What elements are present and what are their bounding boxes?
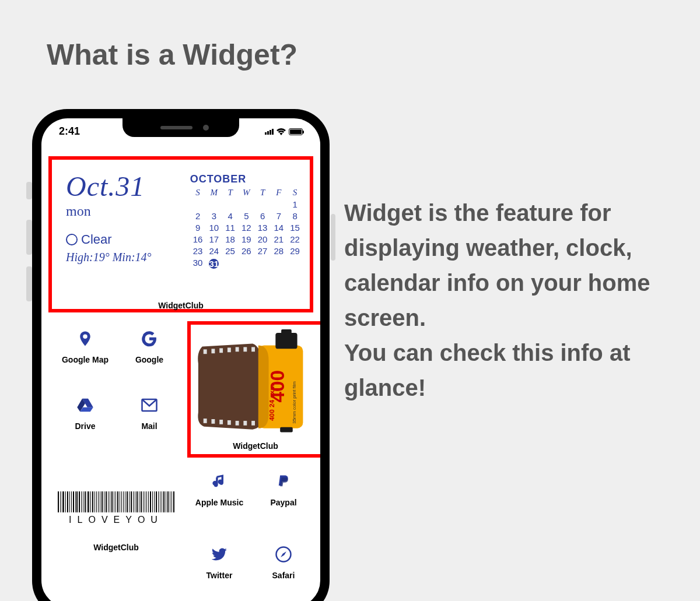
app-icon-mail[interactable]: Mail (117, 389, 181, 453)
calendar-day: 10 (206, 223, 222, 233)
calendar-day (190, 199, 206, 209)
calendar-day: 18 (222, 234, 238, 244)
app-grid-row3: Apple MusicPaypal (187, 465, 309, 507)
phone-side-button (331, 214, 335, 261)
svg-rect-11 (228, 420, 231, 425)
barcode-text: ILOVEYOU (58, 515, 174, 525)
calendar-day: 27 (255, 246, 271, 256)
calendar-dow: T (222, 188, 238, 198)
app-icon-google-map[interactable]: Google Map (53, 322, 117, 386)
app-icon-drive[interactable]: Drive (53, 389, 117, 453)
svg-rect-9 (211, 419, 215, 424)
calendar-dow: S (190, 188, 206, 198)
twitter-icon (209, 544, 230, 565)
calendar-day (206, 199, 222, 209)
google-icon (139, 328, 160, 349)
calendar-month: OCTOBER (190, 173, 303, 185)
calendar-day: 5 (239, 211, 254, 221)
svg-rect-13 (243, 421, 247, 426)
svg-rect-2 (211, 349, 215, 353)
calendar-day: 9 (190, 223, 206, 233)
calendar-day: 6 (255, 211, 271, 221)
map-pin-icon (75, 328, 96, 349)
film-roll-widget[interactable]: 400 400 24 exp. 35mm color print film Wi… (187, 321, 320, 458)
calendar-day: 7 (271, 211, 286, 221)
calendar-day: 1 (287, 199, 303, 209)
calendar-grid: SMTWTFS123456789101112131415161718192021… (190, 188, 303, 270)
calendar-day: 28 (271, 246, 286, 256)
safari-icon (273, 544, 294, 565)
app-label: Google Map (62, 355, 108, 364)
paypal-icon (273, 471, 294, 492)
calendar-widget[interactable]: Oct.31 mon Clear High:19° Min:14° OCTOBE… (48, 156, 313, 312)
moon-icon (66, 234, 78, 245)
app-label: Google (135, 355, 163, 364)
app-icon-paypal[interactable]: Paypal (251, 465, 316, 507)
barcode-icon (58, 491, 174, 512)
calendar-dow: M (206, 188, 222, 198)
calendar-temperature: High:19° Min:14° (66, 251, 190, 264)
app-icon-safari[interactable]: Safari (251, 538, 316, 580)
barcode-widget[interactable]: ILOVEYOU WidgetClub (58, 491, 174, 552)
svg-text:400 24 exp.: 400 24 exp. (268, 384, 275, 421)
calendar-day: 22 (287, 234, 303, 244)
barcode-widget-label: WidgetClub (58, 543, 174, 552)
app-label: Apple Music (195, 498, 243, 507)
calendar-dow: W (239, 188, 254, 198)
calendar-day: 2 (190, 211, 206, 221)
calendar-day: 14 (271, 223, 286, 233)
signal-icon (265, 129, 274, 135)
phone-screen: 2:41 Oct.31 mon Clear High:19° Min:14° (41, 118, 320, 601)
calendar-day: 3 (206, 211, 222, 221)
phone-side-button (26, 266, 32, 301)
calendar-day: 25 (222, 246, 238, 256)
svg-rect-7 (251, 347, 255, 352)
svg-rect-3 (219, 348, 223, 353)
calendar-day: 13 (255, 223, 271, 233)
calendar-dow: S (287, 188, 303, 198)
calendar-widget-label: WidgetClub (158, 301, 204, 310)
calendar-day: 8 (287, 211, 303, 221)
phone-side-button (26, 182, 32, 199)
calendar-day (222, 199, 238, 209)
calendar-day (271, 199, 286, 209)
calendar-day: 24 (206, 246, 222, 256)
svg-rect-1 (204, 349, 207, 354)
calendar-day: 31 (206, 258, 222, 270)
music-icon (209, 471, 230, 492)
drive-icon (75, 395, 96, 416)
film-widget-label: WidgetClub (191, 441, 320, 451)
calendar-dow: T (255, 188, 271, 198)
calendar-day (255, 199, 271, 209)
calendar-day: 11 (222, 223, 238, 233)
calendar-dow: F (271, 188, 286, 198)
mail-icon (139, 395, 160, 416)
calendar-day: 23 (190, 246, 206, 256)
phone-notch (123, 118, 239, 137)
calendar-day: 26 (239, 246, 254, 256)
page-title: What is a Widget? (47, 38, 298, 72)
phone-mockup: 2:41 Oct.31 mon Clear High:19° Min:14° (32, 109, 330, 601)
svg-rect-8 (204, 419, 207, 423)
page-description: Widget is the feature for displaying wea… (344, 195, 671, 405)
app-label: Mail (141, 421, 157, 431)
app-icon-twitter[interactable]: Twitter (187, 538, 251, 580)
calendar-day: 29 (287, 246, 303, 256)
calendar-day: 17 (206, 234, 222, 244)
svg-rect-12 (236, 421, 239, 426)
calendar-day: 21 (271, 234, 286, 244)
svg-rect-18 (280, 427, 293, 433)
calendar-day: 30 (190, 258, 206, 270)
phone-side-button (26, 220, 32, 255)
app-icon-apple-music[interactable]: Apple Music (187, 465, 251, 507)
svg-text:35mm color print film: 35mm color print film (292, 381, 297, 424)
calendar-day: 15 (287, 223, 303, 233)
app-label: Twitter (206, 571, 233, 580)
app-icon-google[interactable]: Google (117, 322, 181, 386)
calendar-day: 19 (239, 234, 254, 244)
calendar-weekday: mon (66, 203, 190, 219)
battery-icon (289, 128, 303, 135)
svg-rect-6 (243, 347, 247, 352)
calendar-day: 16 (190, 234, 206, 244)
app-grid-left: Google MapGoogleDriveMail (53, 322, 187, 453)
